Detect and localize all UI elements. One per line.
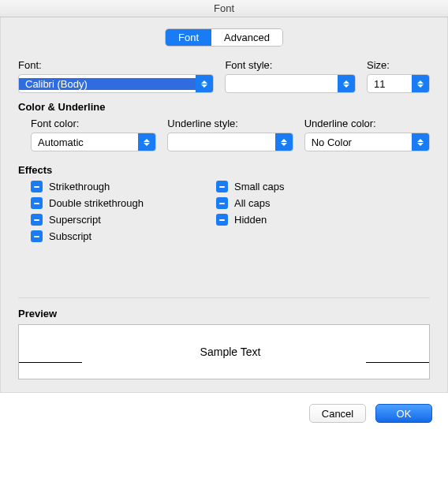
checkbox-label: Hidden [234,214,267,226]
font-label: Font: [18,59,214,71]
tab-font[interactable]: Font [166,29,211,46]
checkbox-icon [31,214,43,226]
section-effects: Effects [18,164,430,176]
window-title: Font [214,2,234,14]
underline-style-select[interactable] [167,133,293,151]
section-preview: Preview [18,308,430,319]
size-value: 11 [368,78,412,90]
window-titlebar: Font [0,0,448,17]
checkbox-subscript[interactable]: Subscript [31,230,216,242]
underline-color-select[interactable]: No Color [304,133,430,151]
underline-color-value: No Color [305,136,412,148]
updown-icon [338,75,355,92]
checkbox-icon [31,230,43,242]
checkbox-hidden[interactable]: Hidden [216,214,285,226]
updown-icon [275,133,293,151]
updown-icon [138,133,155,151]
checkbox-superscript[interactable]: Superscript [31,214,216,226]
font-color-value: Automatic [32,136,138,148]
dialog-panel: Font Advanced Font: Calibri (Body) Font … [0,17,448,393]
font-select-value: Calibri (Body) [19,78,196,90]
checkbox-icon [31,197,43,209]
checkbox-label: Subscript [49,230,91,242]
checkbox-icon [216,181,228,192]
size-label: Size: [367,59,430,71]
font-select[interactable]: Calibri (Body) [18,74,214,93]
preview-baseline-left [19,362,82,363]
preview-box: Sample Text [18,324,430,379]
size-select[interactable]: 11 [367,74,430,93]
updown-icon [196,75,213,92]
cancel-button[interactable]: Cancel [309,404,366,423]
tab-switcher: Font Advanced [165,28,283,47]
font-style-select[interactable] [225,74,356,93]
tab-advanced[interactable]: Advanced [211,29,282,46]
underline-color-label: Underline color: [304,118,430,129]
updown-icon [412,75,429,92]
section-color-underline: Color & Underline [18,101,430,113]
checkbox-label: Double strikethrough [49,197,144,209]
checkbox-icon [31,181,43,192]
checkbox-strikethrough[interactable]: Strikethrough [31,181,216,192]
font-style-label: Font style: [225,59,356,71]
font-color-label: Font color: [31,118,156,129]
checkbox-double-strikethrough[interactable]: Double strikethrough [31,197,216,209]
divider [18,297,430,298]
checkbox-small-caps[interactable]: Small caps [216,181,285,192]
font-color-select[interactable]: Automatic [31,133,156,151]
updown-icon [412,133,429,151]
underline-style-label: Underline style: [167,118,293,129]
checkbox-icon [216,197,228,209]
checkbox-label: Superscript [49,214,101,226]
dialog-footer: Cancel OK [0,393,448,423]
ok-button[interactable]: OK [375,404,432,423]
checkbox-all-caps[interactable]: All caps [216,197,285,209]
checkbox-label: Strikethrough [49,181,110,192]
preview-sample-text: Sample Text [200,346,261,358]
checkbox-icon [216,214,228,226]
preview-baseline-right [366,362,429,363]
checkbox-label: All caps [234,197,271,209]
effects-group: Strikethrough Double strikethrough Super… [18,181,430,242]
checkbox-label: Small caps [234,181,285,192]
